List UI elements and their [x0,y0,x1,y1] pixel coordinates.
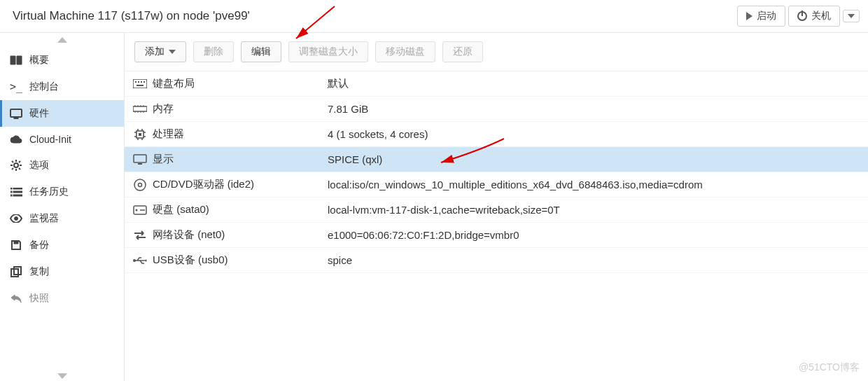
hardware-key: 键盘布局 [153,77,328,90]
sidebar-item-list[interactable]: 任务历史 [0,179,124,205]
page-title: Virtual Machine 117 (s117w) on node 'pve… [13,9,250,23]
svg-rect-46 [134,155,146,162]
terminal-icon: >_ [10,81,22,93]
svg-rect-27 [133,106,147,111]
cloud-icon [10,134,22,144]
shutdown-button[interactable]: 关机 [788,6,840,27]
clone-icon [10,266,22,277]
svg-rect-25 [144,81,145,83]
chevron-down-icon [169,50,176,54]
svg-point-54 [133,259,136,262]
svg-line-9 [19,161,20,162]
hardware-value: 4 (1 sockets, 4 cores) [328,128,865,140]
svg-point-48 [134,179,146,190]
svg-rect-1 [14,118,18,119]
hardware-key: 处理器 [153,127,328,141]
svg-rect-11 [10,188,12,189]
sidebar-item-eye[interactable]: 监视器 [0,205,124,232]
sidebar-scroll-down[interactable] [0,369,124,381]
undo-icon [10,293,22,303]
sidebar-item-book[interactable]: 概要 [0,47,124,74]
eye-icon [10,214,22,223]
sidebar-item-label: 备份 [29,239,49,251]
svg-rect-0 [10,109,22,117]
sidebar-item-monitor[interactable]: 硬件 [0,100,124,127]
revert-button[interactable]: 还原 [442,41,483,62]
hdd-icon [127,205,153,215]
sidebar-item-gear[interactable]: 选项 [0,152,124,179]
remove-button[interactable]: 删除 [193,41,234,62]
sidebar: 概要>_控制台硬件Cloud-Init选项任务历史监视器备份复制快照 [0,33,125,381]
move-disk-button[interactable]: 移动磁盘 [375,41,435,62]
sidebar-item-label: 快照 [29,292,49,305]
svg-rect-12 [13,188,22,189]
memory-icon [127,105,153,113]
hardware-list: 键盘布局默认内存7.81 GiB处理器4 (1 sockets, 4 cores… [125,71,868,273]
book-icon [10,55,22,65]
sidebar-item-label: 概要 [29,54,49,67]
display-icon [127,154,153,165]
hardware-row[interactable]: CD/DVD驱动器 (ide2)local:iso/cn_windows_10_… [125,172,868,198]
watermark: @51CTO博客 [799,361,860,374]
sidebar-item-label: 控制台 [29,81,59,93]
hardware-row[interactable]: USB设备 (usb0)spice [125,248,868,273]
svg-rect-13 [10,191,12,193]
start-button[interactable]: 启动 [737,6,785,27]
shutdown-label: 关机 [811,10,831,22]
sidebar-item-label: 硬件 [29,107,49,120]
svg-line-7 [12,161,13,162]
header-buttons: 启动 关机 [737,6,860,27]
header: Virtual Machine 117 (s117w) on node 'pve… [0,0,868,33]
hardware-key: USB设备 (usb0) [153,254,328,267]
disc-icon [127,179,153,191]
cpu-icon [127,128,153,141]
chevron-down-icon [57,373,67,379]
hardware-row[interactable]: 硬盘 (sata0)local-lvm:vm-117-disk-1,cache=… [125,198,868,223]
sidebar-item-cloud[interactable]: Cloud-Init [0,127,124,152]
svg-rect-47 [138,163,142,165]
list-icon [10,188,22,197]
hardware-toolbar: 添加 删除 编辑 调整磁盘大小 移动磁盘 还原 [125,33,868,71]
hardware-key: 网络设备 (net0) [153,228,328,242]
svg-rect-23 [138,81,139,83]
svg-rect-16 [13,195,22,196]
svg-rect-26 [136,85,144,86]
main: 添加 删除 编辑 调整磁盘大小 移动磁盘 还原 键盘布局默认内存7.81 GiB… [125,33,868,381]
edit-button[interactable]: 编辑 [241,41,281,62]
sidebar-item-terminal[interactable]: >_控制台 [0,74,124,100]
sidebar-item-save[interactable]: 备份 [0,232,124,258]
net-icon [127,230,153,240]
sidebar-item-undo[interactable]: 快照 [0,285,124,312]
sidebar-item-label: 监视器 [29,212,59,225]
sidebar-scroll-up[interactable] [0,33,124,47]
add-button[interactable]: 添加 [134,41,186,62]
chevron-up-icon [57,37,67,43]
hardware-row[interactable]: 显示SPICE (qxl) [125,147,868,172]
monitor-icon [10,109,22,119]
power-icon [797,11,807,21]
shutdown-menu-caret[interactable] [843,10,860,22]
hardware-value: 默认 [328,77,865,90]
save-icon [10,240,22,251]
gear-icon [10,160,22,171]
resize-disk-button[interactable]: 调整磁盘大小 [288,41,368,62]
chevron-down-icon [848,14,855,18]
svg-point-49 [139,183,142,186]
sidebar-item-label: 复制 [29,265,49,278]
hardware-row[interactable]: 键盘布局默认 [125,71,868,97]
hardware-row[interactable]: 网络设备 (net0)e1000=06:06:72:C0:F1:2D,bridg… [125,223,868,248]
sidebar-item-clone[interactable]: 复制 [0,258,124,285]
svg-point-51 [136,209,138,211]
hardware-row[interactable]: 内存7.81 GiB [125,97,868,122]
svg-point-17 [15,217,18,221]
sidebar-item-label: 任务历史 [29,186,69,198]
hardware-row[interactable]: 处理器4 (1 sockets, 4 cores) [125,122,868,147]
hardware-key: 硬盘 (sata0) [153,203,328,216]
hardware-value: spice [328,254,865,266]
keyboard-icon [127,79,153,88]
svg-rect-21 [133,79,147,88]
sidebar-item-label: 选项 [29,159,49,172]
svg-rect-18 [14,241,18,244]
svg-rect-22 [135,81,136,83]
usb-icon [127,256,153,265]
